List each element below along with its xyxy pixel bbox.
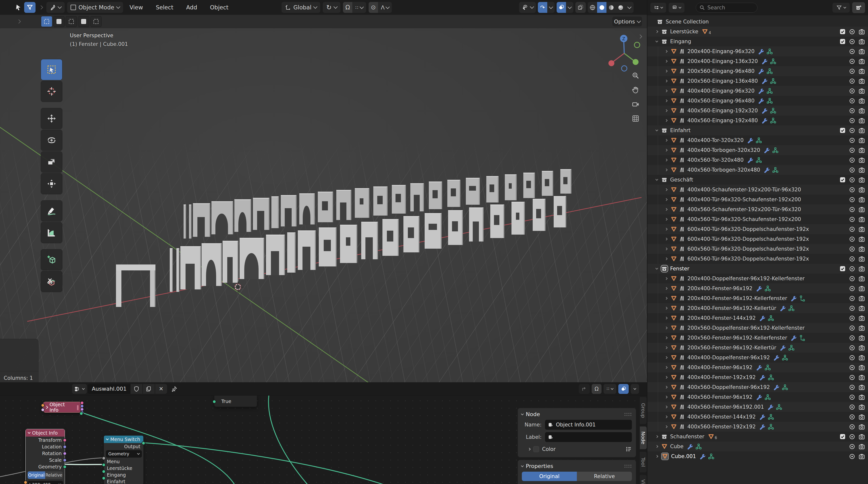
tab-node[interactable]: Node bbox=[640, 426, 647, 449]
gizmos-dropdown[interactable] bbox=[547, 2, 555, 13]
ne-overlays-dropdown[interactable] bbox=[631, 384, 639, 394]
hide-viewport-icon[interactable] bbox=[849, 384, 856, 391]
outliner-item-400x560-t-r-96x320-schaufenster-192x200[interactable]: 400x560-Tür-96x320-Schaufenster-192x200 bbox=[647, 215, 868, 224]
wall-piece-slab2[interactable] bbox=[170, 248, 180, 292]
wall-piece-win[interactable] bbox=[382, 219, 399, 256]
hide-viewport-icon[interactable] bbox=[849, 315, 856, 321]
wall-piece-door[interactable] bbox=[281, 195, 297, 226]
disable-render-icon[interactable] bbox=[858, 127, 865, 134]
hide-viewport-icon[interactable] bbox=[849, 167, 856, 173]
expand-arrow-icon[interactable] bbox=[665, 89, 668, 92]
hide-viewport-icon[interactable] bbox=[849, 265, 856, 272]
options-button[interactable]: Options bbox=[612, 17, 642, 26]
hide-viewport-icon[interactable] bbox=[849, 443, 856, 450]
expand-arrow-icon[interactable] bbox=[665, 366, 668, 369]
node-object-info-collapsed[interactable]: Object Info ‖ bbox=[43, 402, 82, 412]
disable-render-icon[interactable] bbox=[858, 315, 865, 321]
collapse-arrow-icon[interactable] bbox=[655, 129, 658, 131]
wall-piece-door[interactable] bbox=[361, 222, 378, 259]
disable-render-icon[interactable] bbox=[858, 246, 865, 252]
expand-arrow-icon[interactable] bbox=[665, 109, 668, 112]
expand-arrow-icon[interactable] bbox=[665, 356, 668, 359]
disable-render-icon[interactable] bbox=[858, 414, 865, 420]
wall-piece-win[interactable] bbox=[429, 181, 442, 209]
ne-snap-dropdown[interactable]: ∷ bbox=[603, 384, 616, 394]
disable-render-icon[interactable] bbox=[858, 424, 865, 430]
collapse-arrow-icon[interactable] bbox=[655, 178, 658, 180]
expand-arrow-icon[interactable] bbox=[665, 376, 668, 378]
disable-render-icon[interactable] bbox=[858, 117, 865, 124]
outliner-item-200x560-eingang-136x480[interactable]: 200x560-Eingang-136x480 bbox=[647, 76, 868, 86]
outliner-item-400x560-fenster-144x192[interactable]: 400x560-Fenster-144x192 bbox=[647, 412, 868, 422]
snap-with-dropdown[interactable]: ∷ bbox=[352, 2, 366, 13]
disable-render-icon[interactable] bbox=[858, 236, 865, 243]
outliner-item-600x400-t-r-96x320-doppelschaufenster-192x[interactable]: 600x400-Tür-96x320-Doppelschaufenster-19… bbox=[647, 224, 868, 234]
outliner-collection-eingang[interactable]: Eingang bbox=[647, 36, 868, 47]
wall-piece-archW[interactable] bbox=[212, 201, 233, 234]
hide-viewport-icon[interactable] bbox=[849, 354, 856, 361]
outliner-filter-id-dropdown[interactable] bbox=[669, 3, 684, 12]
proportional-toggle[interactable]: ⊙ bbox=[369, 2, 378, 13]
hide-viewport-icon[interactable] bbox=[849, 206, 856, 213]
exclude-checkbox[interactable] bbox=[839, 127, 846, 134]
xray-toggle[interactable] bbox=[576, 2, 586, 13]
tool-transform[interactable] bbox=[41, 173, 62, 194]
disable-render-icon[interactable] bbox=[858, 68, 865, 75]
relative-button[interactable]: Relative bbox=[45, 472, 63, 479]
hide-viewport-icon[interactable] bbox=[849, 196, 856, 203]
wall-piece-slab[interactable] bbox=[271, 196, 279, 228]
disable-render-icon[interactable] bbox=[858, 443, 865, 450]
disable-render-icon[interactable] bbox=[858, 88, 865, 94]
disable-render-icon[interactable] bbox=[858, 275, 865, 282]
disable-render-icon[interactable] bbox=[858, 364, 865, 371]
cursor-icon[interactable] bbox=[15, 4, 22, 11]
tab-tool[interactable]: Tool bbox=[640, 451, 647, 473]
ortho-toggle-icon[interactable] bbox=[631, 114, 641, 123]
wall-piece-door[interactable] bbox=[266, 235, 285, 275]
outliner-collection-einfahrt[interactable]: Einfahrt bbox=[647, 125, 868, 135]
outliner-item-200x560-fenster-96x192-kellerfenster[interactable]: 200x560-Fenster-96x192-Kellerfenster bbox=[647, 333, 868, 343]
wall-piece-door[interactable] bbox=[180, 246, 201, 289]
disable-render-icon[interactable] bbox=[858, 107, 865, 114]
expand-arrow-icon[interactable] bbox=[665, 415, 668, 418]
expand-arrow-icon[interactable] bbox=[665, 248, 668, 250]
outliner-item-200x400-fenster-96x192[interactable]: 200x400-Fenster-96x192 bbox=[647, 283, 868, 293]
drag-dots-icon[interactable] bbox=[624, 412, 632, 416]
disable-render-icon[interactable] bbox=[858, 295, 865, 302]
wall-piece-winS[interactable] bbox=[340, 225, 357, 263]
wall-piece-win[interactable] bbox=[523, 173, 535, 198]
disable-render-icon[interactable] bbox=[858, 256, 865, 262]
exclude-checkbox[interactable] bbox=[839, 433, 846, 440]
hide-viewport-icon[interactable] bbox=[849, 78, 856, 84]
outliner-collection-fenster[interactable]: Fenster bbox=[647, 264, 868, 274]
expand-arrow-icon[interactable] bbox=[665, 326, 668, 329]
filter-icon[interactable] bbox=[24, 2, 35, 13]
mode-dropdown[interactable]: Object Mode bbox=[67, 2, 123, 13]
hide-viewport-icon[interactable] bbox=[849, 107, 856, 114]
disable-render-icon[interactable] bbox=[858, 394, 865, 401]
outliner-item-400x560-torbogen-320x480[interactable]: 400x560-Torbogen-320x480 bbox=[647, 165, 868, 175]
wall-piece-slab2[interactable] bbox=[184, 204, 192, 238]
disable-render-icon[interactable] bbox=[858, 78, 865, 84]
expand-arrow-icon[interactable] bbox=[665, 237, 668, 240]
exclude-checkbox[interactable] bbox=[839, 176, 846, 183]
hide-viewport-icon[interactable] bbox=[849, 433, 856, 440]
disable-render-icon[interactable] bbox=[858, 216, 865, 223]
outliner-item-400x560-eingang-192x480[interactable]: 400x560-Eingang-192x480 bbox=[647, 116, 868, 125]
falloff-dropdown[interactable]: Λ bbox=[378, 2, 392, 13]
copy-datablock-button[interactable] bbox=[143, 384, 155, 394]
pin-icon[interactable] bbox=[171, 386, 177, 392]
hide-viewport-icon[interactable] bbox=[849, 127, 856, 134]
wall-piece-win[interactable] bbox=[560, 169, 571, 194]
hide-viewport-icon[interactable] bbox=[849, 424, 856, 430]
expand-arrow-icon[interactable] bbox=[665, 346, 668, 349]
expand-arrow-icon[interactable] bbox=[655, 435, 658, 438]
relative-button[interactable]: Relative bbox=[577, 472, 632, 481]
wall-piece-winS[interactable] bbox=[512, 202, 525, 235]
expand-arrow-icon[interactable] bbox=[665, 425, 668, 428]
hide-viewport-icon[interactable] bbox=[849, 28, 856, 35]
expand-arrow-icon[interactable] bbox=[665, 99, 668, 102]
snap-toggle[interactable]: Ω bbox=[343, 2, 352, 13]
hide-viewport-icon[interactable] bbox=[849, 48, 856, 55]
ne-snap-toggle[interactable]: Ω bbox=[592, 384, 601, 394]
